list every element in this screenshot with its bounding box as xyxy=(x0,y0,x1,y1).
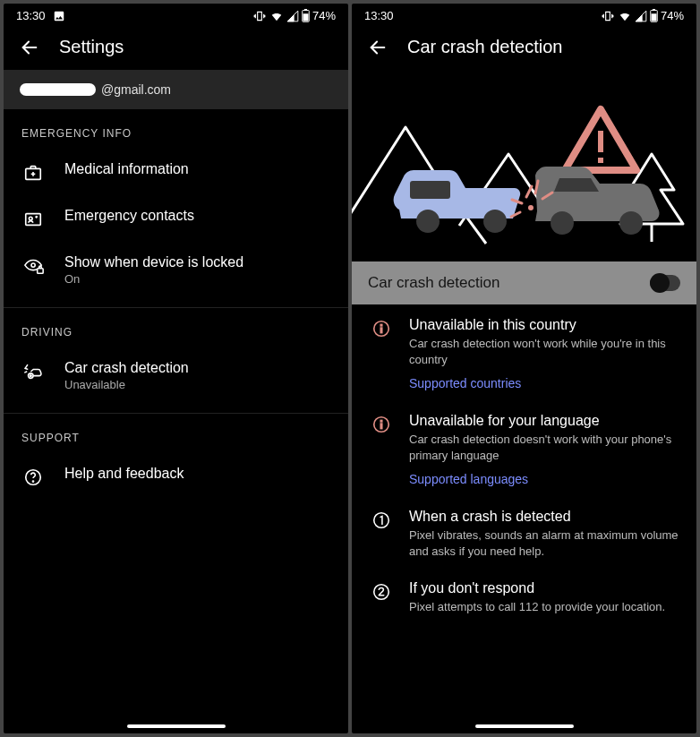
info-title: If you don't respond xyxy=(409,580,679,596)
vibrate-icon xyxy=(601,10,615,22)
nav-pill[interactable] xyxy=(127,724,226,728)
info-alert-icon xyxy=(371,415,391,434)
svg-point-19 xyxy=(483,210,507,233)
image-icon xyxy=(53,10,65,22)
status-time: 13:30 xyxy=(364,9,394,22)
info-title: Unavailable in this country xyxy=(409,317,679,333)
svg-point-29 xyxy=(374,513,389,528)
status-time: 13:30 xyxy=(16,9,46,22)
settings-screen: 13:30 74% Settings @gmail.com EMERGENCY … xyxy=(4,4,348,733)
row-help-feedback[interactable]: Help and feedback xyxy=(4,453,348,500)
svg-rect-25 xyxy=(380,328,381,333)
status-battery: 74% xyxy=(312,9,336,22)
battery-icon xyxy=(650,9,658,22)
toggle-switch[interactable] xyxy=(650,275,680,291)
page-title: Car crash detection xyxy=(407,37,562,57)
account-suffix: @gmail.com xyxy=(101,82,171,97)
svg-rect-1 xyxy=(304,9,307,11)
svg-rect-16 xyxy=(598,158,603,163)
section-header-emergency: EMERGENCY INFO xyxy=(4,109,348,149)
section-header-driving: DRIVING xyxy=(4,308,348,347)
contact-card-icon xyxy=(23,210,43,229)
toggle-row[interactable]: Car crash detection xyxy=(352,261,696,304)
help-icon xyxy=(23,467,43,487)
info-alert-icon xyxy=(371,319,391,339)
row-label: Emergency contacts xyxy=(64,208,330,224)
svg-point-11 xyxy=(32,481,33,482)
toggle-label: Car crash detection xyxy=(368,274,499,292)
hero-illustration xyxy=(352,73,696,261)
wifi-icon xyxy=(618,10,632,22)
row-when-crash-detected: When a crash is detected Pixel vibrates,… xyxy=(352,496,696,568)
battery-icon xyxy=(302,9,310,22)
row-unavailable-language: Unavailable for your language Car crash … xyxy=(352,400,696,496)
info-title: When a crash is detected xyxy=(409,509,679,525)
row-unavailable-country: Unavailable in this country Car crash de… xyxy=(352,304,696,400)
row-if-no-respond: If you don't respond Pixel attempts to c… xyxy=(352,568,696,624)
info-desc: Pixel vibrates, sounds an alarm at maxim… xyxy=(409,527,679,559)
svg-rect-15 xyxy=(598,131,603,152)
svg-rect-4 xyxy=(26,214,41,226)
app-bar: Car crash detection xyxy=(352,26,696,70)
vibrate-icon xyxy=(252,10,267,22)
medical-icon xyxy=(23,163,43,183)
row-show-when-locked[interactable]: Show when device is locked On xyxy=(4,242,348,298)
section-header-support: SUPPORT xyxy=(4,414,348,453)
row-label: Show when device is locked xyxy=(64,254,330,270)
row-subtext: On xyxy=(64,272,330,286)
info-desc: Car crash detection doesn't work with yo… xyxy=(409,432,679,463)
crash-detection-screen: 13:30 74% Car crash detection xyxy=(352,4,696,733)
svg-rect-28 xyxy=(380,424,381,429)
account-row[interactable]: @gmail.com xyxy=(4,70,348,109)
svg-rect-17 xyxy=(410,181,450,199)
row-medical-info[interactable]: Medical information xyxy=(4,149,348,195)
status-bar: 13:30 74% xyxy=(4,4,348,26)
row-emergency-contacts[interactable]: Emergency contacts xyxy=(4,195,348,242)
svg-rect-13 xyxy=(653,9,655,11)
redacted-email-prefix xyxy=(20,83,96,96)
svg-point-20 xyxy=(551,211,574,235)
svg-rect-14 xyxy=(651,13,656,21)
row-label: Car crash detection xyxy=(64,360,330,376)
info-desc: Car crash detection won't work while you… xyxy=(409,336,679,367)
row-label: Help and feedback xyxy=(64,466,330,482)
info-title: Unavailable for your language xyxy=(409,413,679,429)
svg-point-5 xyxy=(29,217,32,220)
nav-pill[interactable] xyxy=(475,724,574,728)
svg-rect-7 xyxy=(38,269,43,274)
row-car-crash-detection[interactable]: Car crash detection Unavailable xyxy=(4,347,348,404)
svg-point-21 xyxy=(619,211,643,235)
wifi-icon xyxy=(269,10,284,22)
link-supported-languages[interactable]: Supported languages xyxy=(409,472,528,486)
page-title: Settings xyxy=(59,37,124,57)
row-label: Medical information xyxy=(64,161,330,177)
svg-point-22 xyxy=(528,205,534,210)
signal-icon xyxy=(286,10,299,22)
app-bar: Settings xyxy=(4,26,348,70)
svg-point-18 xyxy=(416,210,440,233)
info-desc: Pixel attempts to call 112 to provide yo… xyxy=(409,599,679,615)
car-crash-icon xyxy=(23,362,45,381)
eye-lock-icon xyxy=(23,256,45,276)
svg-rect-27 xyxy=(380,421,381,422)
row-subtext: Unavailable xyxy=(64,378,330,391)
svg-rect-24 xyxy=(380,324,381,325)
link-supported-countries[interactable]: Supported countries xyxy=(409,376,521,390)
step-two-icon xyxy=(371,582,391,602)
svg-point-9 xyxy=(30,375,31,377)
step-one-icon xyxy=(371,510,391,530)
status-battery: 74% xyxy=(661,9,684,22)
back-icon[interactable] xyxy=(368,38,388,57)
back-icon[interactable] xyxy=(20,38,39,57)
svg-point-6 xyxy=(31,263,35,267)
status-bar: 13:30 74% xyxy=(352,4,696,26)
svg-rect-2 xyxy=(303,13,308,21)
signal-icon xyxy=(635,10,647,22)
